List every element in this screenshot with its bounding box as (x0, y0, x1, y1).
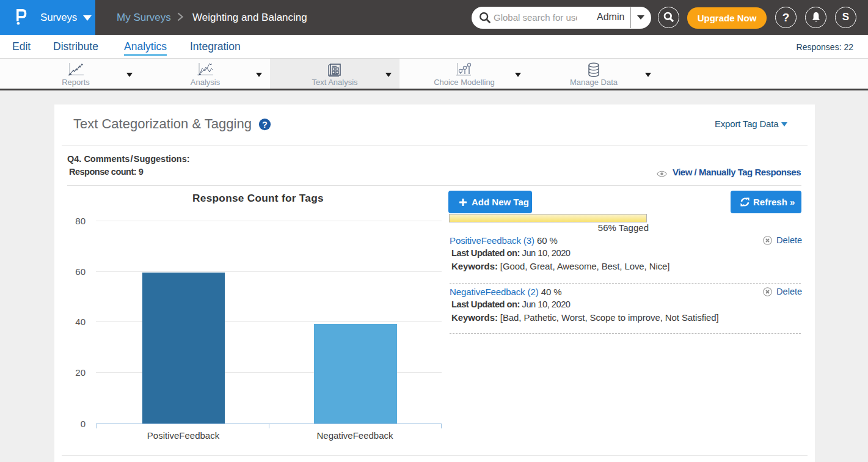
svg-text:?: ? (262, 120, 268, 130)
